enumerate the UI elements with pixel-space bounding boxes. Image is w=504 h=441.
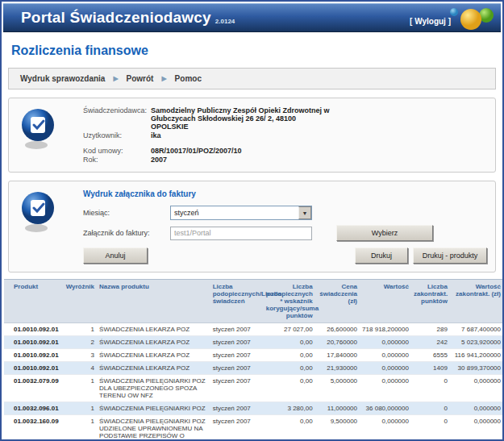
table-row: 01.0010.092.013ŚWIADCZENIA LEKARZA POZst… — [4, 349, 503, 362]
table-cell: 5,000000 — [315, 375, 360, 402]
table-cell: 01.0032.079.09 — [4, 375, 62, 402]
table-cell: 6555 — [411, 349, 450, 362]
table-cell: ŚWIADCZENIA PIELĘGNIARKI POZ UDZIELONE U… — [97, 415, 210, 441]
table-cell: 26,600000 — [315, 323, 360, 336]
table-cell: 01.0010.092.01 — [4, 362, 62, 375]
table-row: 01.0032.096.011ŚWIADCZENIA PIELĘGNIARKI … — [4, 402, 503, 415]
table-cell: 242 — [411, 336, 450, 349]
table-cell: 30 899,370000 — [450, 362, 503, 375]
table-cell: 1 — [62, 323, 97, 336]
provider-info-panel: Świadczeniodawca: Samodzielny Publiczny … — [8, 98, 496, 173]
table-cell: 01.0010.092.01 — [4, 349, 62, 362]
table-row: 01.0010.092.014ŚWIADCZENIA LEKARZA POZst… — [4, 362, 503, 375]
contract-value: 08R/10017/01/POZ/2007/10 — [151, 147, 385, 155]
column-header: Liczba podopiecznych/Liczba świadczeń — [210, 280, 264, 323]
column-header: Produkt — [4, 280, 62, 323]
table-cell: 0,00 — [264, 362, 315, 375]
table-cell: 1409 — [411, 362, 450, 375]
table-row: 01.0010.092.012ŚWIADCZENIA LEKARZA POZst… — [4, 336, 503, 349]
provider-address-line: Głubczycach Skłodowskiej 26 26/ 2, 48100 — [151, 114, 385, 123]
provider-value: Samodzielny Publiczny Zespół Opieki Zdro… — [151, 106, 385, 131]
menu-bar: Wydruk sprawozdania ▶ Powrót ▶ Pomoc — [8, 68, 496, 89]
table-cell: 0,000000 — [360, 415, 411, 441]
table-cell: 27 027,00 — [264, 323, 315, 336]
balloons-logo-icon — [439, 4, 498, 35]
app-window: Portal Świadczeniodawcy 2.0124 [ Wyloguj… — [0, 0, 504, 441]
table-cell: 0,000000 — [360, 349, 411, 362]
table-cell: 20,760000 — [315, 336, 360, 349]
table-cell: 0,000000 — [360, 336, 411, 349]
provider-address-line: OPOLSKIE — [151, 123, 385, 131]
page-title: Rozliczenia finansowe — [11, 44, 502, 58]
menu-item-pomoc[interactable]: Pomoc — [175, 74, 202, 83]
user-value: ika — [151, 131, 385, 139]
table-cell: styczeń 2007 — [210, 362, 264, 375]
print-products-button[interactable]: Drukuj - produkty — [413, 248, 487, 264]
column-header: Liczba zakontrakt. punktów — [411, 280, 450, 323]
table-cell: 289 — [411, 323, 450, 336]
app-version: 2.0124 — [215, 18, 235, 25]
table-cell: 0,00 — [264, 375, 315, 402]
column-header: Wartość — [360, 280, 411, 323]
month-select-value: styczeń — [174, 209, 199, 217]
print-button[interactable]: Drukuj — [355, 248, 408, 264]
attachment-input[interactable] — [170, 227, 312, 240]
contract-label: Kod umowy: — [83, 147, 151, 155]
table-cell: ŚWIADCZENIA LEKARZA POZ — [97, 323, 210, 336]
column-header: Cena świadczenia (zł) — [315, 280, 360, 323]
document-badge-icon — [20, 191, 57, 233]
invoice-print-panel: Wydruk załącznika do faktury Miesiąc: st… — [8, 181, 496, 273]
table-cell: 0 — [411, 402, 450, 415]
month-label: Miesiąc: — [83, 209, 170, 217]
table-cell: 7 687,400000 — [450, 323, 503, 336]
table-cell: styczeń 2007 — [210, 402, 264, 415]
table-cell: 0,00 — [264, 336, 315, 349]
provider-address-line: Samodzielny Publiczny Zespół Opieki Zdro… — [151, 106, 385, 114]
table-cell: 0 — [411, 375, 450, 402]
table-cell: 1 — [62, 415, 97, 441]
menu-item-powrot[interactable]: Powrót — [127, 74, 154, 83]
chevron-down-icon: ▼ — [298, 206, 311, 219]
menu-item-wydruk-sprawozdania[interactable]: Wydruk sprawozdania — [20, 74, 105, 83]
table-cell: 1 — [62, 402, 97, 415]
table-cell: 21,930000 — [315, 362, 360, 375]
column-header: Nazwa produktu — [97, 280, 210, 323]
month-select[interactable]: styczeń ▼ — [170, 206, 312, 220]
table-cell: styczeń 2007 — [210, 375, 264, 402]
table-cell: ŚWIADCZENIA LEKARZA POZ — [97, 362, 210, 375]
table-cell: 11,000000 — [315, 402, 360, 415]
provider-label: Świadczeniodawca: — [83, 106, 151, 131]
table-cell: 5 023,920000 — [450, 336, 503, 349]
table-cell: styczeń 2007 — [210, 415, 264, 441]
year-value: 2007 — [151, 156, 385, 164]
table-cell: 0,000000 — [450, 375, 503, 402]
table-row: 01.0032.079.091ŚWIADCZENIA PIELĘGNIARKI … — [4, 375, 503, 402]
table-cell: ŚWIADCZENIA PIELĘGNIARKI POZ — [97, 402, 210, 415]
table-cell: styczeń 2007 — [210, 323, 264, 336]
table-cell: 0,00 — [264, 415, 315, 441]
table-header-row: ProduktWyróżnikNazwa produktuLiczba podo… — [4, 280, 503, 323]
table-cell: 0,00 — [264, 349, 315, 362]
table-cell: styczeń 2007 — [210, 336, 264, 349]
table-cell: 1 — [62, 375, 97, 402]
table-row: 01.0032.160.091ŚWIADCZENIA PIELĘGNIARKI … — [4, 415, 503, 441]
choose-button[interactable]: Wybierz — [336, 225, 433, 241]
cancel-button[interactable]: Anuluj — [83, 248, 148, 264]
report-table-container: ProduktWyróżnikNazwa produktuLiczba podo… — [4, 279, 500, 441]
table-cell: 36 080,000000 — [360, 402, 411, 415]
top-bar: Portal Świadczeniodawcy 2.0124 [ Wyloguj… — [3, 3, 501, 32]
table-cell: 718 918,200000 — [360, 323, 411, 336]
table-cell: 01.0010.092.01 — [4, 336, 62, 349]
table-cell: ŚWIADCZENIA PIELĘGNIARKI POZ DLA UBEZPIE… — [97, 375, 210, 402]
provider-info-grid: Świadczeniodawca: Samodzielny Publiczny … — [83, 106, 487, 164]
table-cell: 116 941,200000 — [450, 349, 503, 362]
table-cell: 0 — [411, 415, 450, 441]
year-label: Rok: — [83, 156, 151, 164]
table-cell: 4 — [62, 362, 97, 375]
table-cell: 2 — [62, 336, 97, 349]
table-row: 01.0010.092.011ŚWIADCZENIA LEKARZA POZst… — [4, 323, 503, 336]
table-cell: styczeń 2007 — [210, 349, 264, 362]
table-cell: 3 — [62, 349, 97, 362]
table-cell: ŚWIADCZENIA LEKARZA POZ — [97, 349, 210, 362]
app-title: Portal Świadczeniodawcy — [3, 9, 211, 27]
